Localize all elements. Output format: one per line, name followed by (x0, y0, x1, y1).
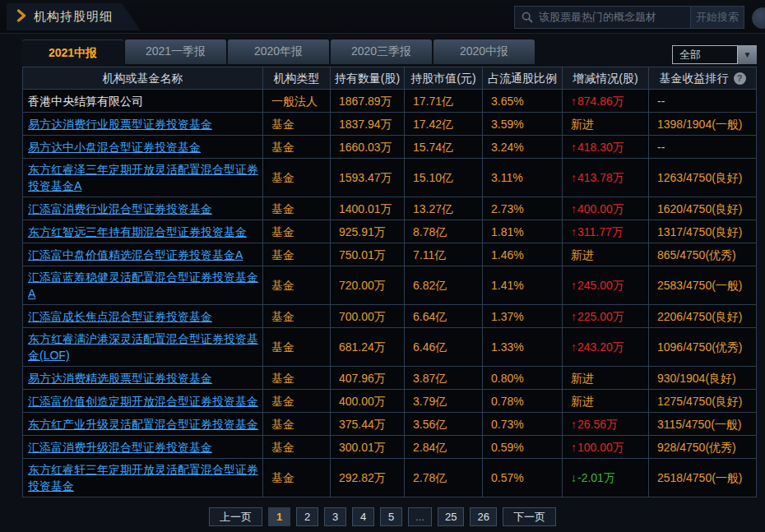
page-button-3[interactable]: 3 (324, 507, 346, 526)
holdings-table: 机构或基金名称机构类型持有数量(股)持股市值(元)占流通股比例增减情况(股)基金… (22, 67, 757, 497)
up-arrow-icon: ↑ (571, 169, 577, 186)
change-value: 243.20万 (577, 339, 624, 355)
institution-type-cell: 基金 (262, 459, 330, 497)
market-value-cell: 8.78亿 (404, 220, 482, 243)
change-cell: ↑400.00万 (562, 197, 648, 220)
page-button-5[interactable]: 5 (380, 507, 402, 526)
fund-name-link[interactable]: 东方红睿满沪港深灵活配置混合型证券投资基金(LOF) (28, 331, 261, 363)
page-button-25[interactable]: 25 (438, 507, 464, 526)
search-bar: 该股票最热门的概念题材 开始搜索 (514, 6, 744, 29)
table-row: 东方红睿轩三年定期开放灵活配置混合型证券投资基金基金292.82万2.78亿0.… (23, 458, 756, 497)
report-tab-2[interactable]: 2020年报 (228, 39, 329, 64)
change-value: 新进 (571, 393, 594, 409)
fund-name-link[interactable]: 易方达中小盘混合型证券投资基金 (28, 139, 201, 155)
pagination-next-button[interactable]: 下一页 (503, 507, 556, 526)
fund-name-cell: 东方红睿泽三年定期开放灵活配置混合型证券投资基金A (23, 159, 262, 197)
fund-name-link[interactable]: 易方达消费精选股票型证券投资基金 (28, 370, 212, 386)
market-value-cell: 2.78亿 (404, 459, 482, 497)
institution-type-cell: 一般法人 (262, 90, 330, 112)
market-value-cell: 6.82亿 (404, 266, 482, 304)
rank-cell: 1317/4750(良好) (648, 220, 756, 243)
holding-qty-cell: 375.44万 (330, 413, 404, 435)
change-value: 新进 (571, 247, 594, 263)
change-cell: ↑311.77万 (562, 220, 648, 243)
report-tab-1[interactable]: 2021一季报 (125, 39, 226, 64)
fund-name-link[interactable]: 汇添富蓝筹稳健灵活配置混合型证券投资基金A (28, 269, 261, 302)
market-value-cell: 13.27亿 (404, 197, 482, 220)
fund-name-link[interactable]: 汇添富价值创造定期开放混合型证券投资基金 (28, 393, 258, 409)
holding-qty-cell: 1660.03万 (330, 136, 404, 158)
corner-circle-icon[interactable] (752, 7, 765, 29)
table-row: 易方达中小盘混合型证券投资基金基金1660.03万15.74亿3.24%↑418… (23, 135, 756, 158)
rank-cell: 930/1904(良好) (648, 367, 756, 389)
up-arrow-icon: ↑ (571, 277, 577, 294)
ratio-cell: 0.78% (482, 390, 562, 412)
institution-type-cell: 基金 (262, 113, 330, 135)
table-row: 香港中央结算有限公司一般法人1867.89万17.71亿3.65%↑874.86… (23, 89, 756, 112)
fund-name-cell: 东方红智远三年持有期混合型证券投资基金 (23, 220, 262, 243)
table-row: 汇添富消费行业混合型证券投资基金基金1400.01万13.27亿2.73%↑40… (23, 197, 756, 220)
report-tab-4[interactable]: 2020中报 (434, 39, 535, 64)
fund-name-link[interactable]: 东方红智远三年持有期混合型证券投资基金 (28, 224, 247, 240)
report-tab-0[interactable]: 2021中报 (22, 39, 123, 67)
up-arrow-icon: ↑ (571, 201, 577, 217)
search-input[interactable]: 该股票最热门的概念题材 (539, 10, 690, 25)
fund-name-link[interactable]: 易方达消费行业股票型证券投资基金 (28, 116, 212, 132)
rank-cell: 865/4750(优秀) (648, 243, 756, 266)
table-row: 汇添富中盘价值精选混合型证券投资基金A基金750.01万7.11亿1.46%新进… (23, 243, 756, 266)
institution-type-cell: 基金 (262, 136, 330, 158)
up-arrow-icon: ↑ (571, 308, 577, 325)
page-button-26[interactable]: 26 (470, 507, 496, 526)
page-button-1[interactable]: 1 (268, 507, 290, 526)
filter-selected-value[interactable]: 全部 (672, 45, 738, 64)
fund-name-cell: 汇添富消费升级混合型证券投资基金 (23, 436, 262, 458)
ratio-cell: 3.59% (482, 113, 562, 135)
column-header-3: 持股市值(元) (404, 67, 482, 89)
ratio-cell: 0.73% (482, 413, 562, 435)
change-cell: 新进 (562, 113, 648, 135)
rank-cell: 2583/4750(一般) (648, 266, 756, 304)
change-cell: ↑225.00万 (562, 305, 648, 327)
ratio-cell: 1.33% (482, 328, 562, 366)
change-cell: 新进 (562, 367, 648, 389)
fund-name-link[interactable]: 汇添富消费行业混合型证券投资基金 (28, 201, 212, 217)
holding-qty-cell: 1867.89万 (330, 90, 404, 112)
change-value: 874.86万 (577, 93, 624, 109)
search-button[interactable]: 开始搜索 (690, 7, 744, 28)
column-header-4: 占流通股比例 (482, 67, 562, 89)
report-tab-3[interactable]: 2020三季报 (331, 39, 432, 64)
change-cell: ↓-2.01万 (562, 459, 648, 497)
pagination-prev-button[interactable]: 上一页 (209, 507, 262, 526)
fund-name-cell: 汇添富价值创造定期开放混合型证券投资基金 (23, 390, 262, 412)
rank-cell: 928/4750(优秀) (648, 436, 756, 458)
ratio-cell: 0.59% (482, 436, 562, 458)
up-arrow-icon: ↑ (571, 439, 577, 456)
page-title: 机构持股明细 (34, 9, 113, 25)
page-button-4[interactable]: 4 (352, 507, 374, 526)
fund-name-cell: 易方达消费精选股票型证券投资基金 (23, 367, 262, 389)
holding-qty-cell: 407.96万 (330, 367, 404, 389)
table-row: 东方红睿满沪港深灵活配置混合型证券投资基金(LOF)基金681.24万6.46亿… (23, 327, 756, 366)
fund-name-link[interactable]: 汇添富中盘价值精选混合型证券投资基金A (28, 247, 243, 263)
market-value-cell: 3.87亿 (404, 367, 482, 389)
pagination-ellipsis[interactable]: ... (408, 507, 432, 526)
fund-name-link[interactable]: 汇添富消费升级混合型证券投资基金 (28, 439, 212, 456)
institution-type-cell: 基金 (262, 220, 330, 243)
fund-name-link[interactable]: 东方红睿轩三年定期开放灵活配置混合型证券投资基金 (28, 461, 261, 494)
ratio-cell: 2.73% (482, 197, 562, 220)
fund-name-link[interactable]: 东方红睿泽三年定期开放灵活配置混合型证券投资基金A (28, 161, 261, 194)
table-header-row: 机构或基金名称机构类型持有数量(股)持股市值(元)占流通股比例增减情况(股)基金… (23, 67, 756, 89)
help-icon[interactable]: ? (734, 72, 746, 85)
page-button-2[interactable]: 2 (296, 507, 318, 526)
table-row: 易方达消费精选股票型证券投资基金基金407.96万3.87亿0.80%新进930… (23, 366, 756, 389)
table-row: 汇添富成长焦点混合型证券投资基金基金700.00万6.64亿1.37%↑225.… (23, 304, 756, 327)
fund-name-cell: 易方达中小盘混合型证券投资基金 (23, 136, 262, 158)
chevron-down-icon[interactable]: ▼ (738, 45, 757, 64)
filter-dropdown[interactable]: 全部 ▼ (672, 45, 757, 64)
change-value: -2.01万 (577, 470, 615, 486)
change-cell: ↑418.30万 (562, 136, 648, 158)
fund-name-link[interactable]: 东方红产业升级灵活配置混合型证券投资基金 (28, 416, 258, 433)
fund-name-cell: 汇添富消费行业混合型证券投资基金 (23, 197, 262, 220)
fund-name-link[interactable]: 汇添富成长焦点混合型证券投资基金 (28, 308, 212, 325)
ratio-cell: 1.81% (482, 220, 562, 243)
